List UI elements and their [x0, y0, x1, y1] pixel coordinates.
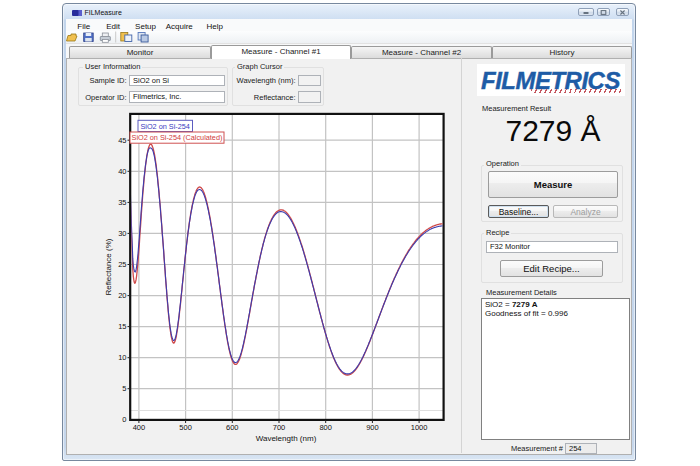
svg-text:35: 35 — [118, 198, 126, 207]
svg-text:10: 10 — [118, 353, 126, 362]
svg-text:40: 40 — [118, 166, 126, 175]
svg-text:25: 25 — [118, 260, 126, 269]
svg-text:600: 600 — [226, 423, 239, 432]
svg-text:700: 700 — [273, 423, 286, 432]
svg-text:20: 20 — [118, 291, 126, 300]
svg-text:15: 15 — [118, 322, 126, 331]
svg-text:500: 500 — [179, 423, 192, 432]
svg-text:5: 5 — [122, 384, 126, 393]
svg-text:1000: 1000 — [411, 423, 428, 432]
svg-text:800: 800 — [319, 423, 332, 432]
svg-text:30: 30 — [118, 229, 126, 238]
svg-text:SiO2 on Si-254 (Calculated): SiO2 on Si-254 (Calculated) — [132, 133, 223, 142]
svg-text:45: 45 — [118, 135, 126, 144]
svg-text:0: 0 — [122, 415, 126, 424]
svg-text:Wavelength (nm): Wavelength (nm) — [256, 434, 317, 443]
svg-text:900: 900 — [366, 423, 379, 432]
svg-text:SiO2 on Si-254: SiO2 on Si-254 — [140, 121, 190, 130]
svg-text:Reflectance (%): Reflectance (%) — [104, 238, 113, 295]
svg-text:400: 400 — [133, 423, 146, 432]
